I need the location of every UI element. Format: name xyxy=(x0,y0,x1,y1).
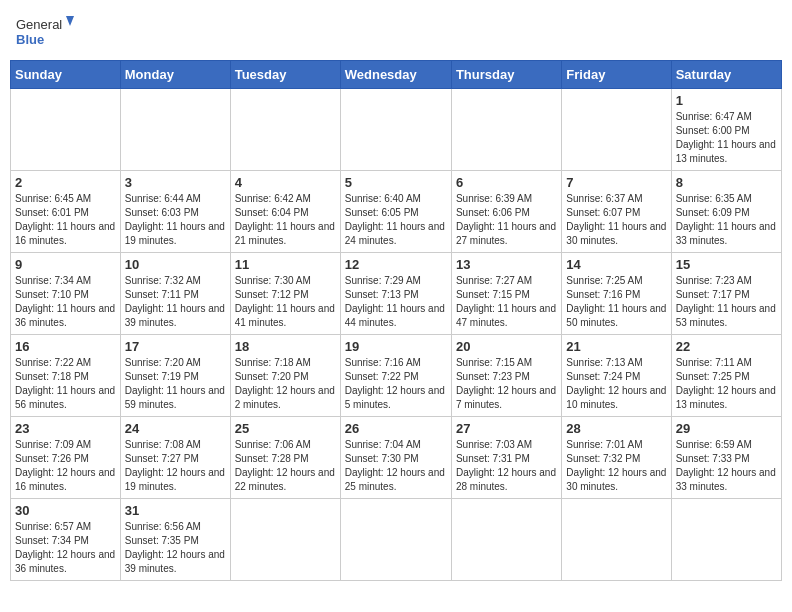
calendar-cell xyxy=(451,89,561,171)
day-number: 19 xyxy=(345,339,447,354)
calendar-cell: 1Sunrise: 6:47 AM Sunset: 6:00 PM Daylig… xyxy=(671,89,781,171)
day-info: Sunrise: 7:11 AM Sunset: 7:25 PM Dayligh… xyxy=(676,356,777,412)
calendar-cell xyxy=(230,89,340,171)
day-number: 16 xyxy=(15,339,116,354)
calendar-cell xyxy=(230,499,340,581)
day-info: Sunrise: 7:25 AM Sunset: 7:16 PM Dayligh… xyxy=(566,274,666,330)
calendar-cell: 11Sunrise: 7:30 AM Sunset: 7:12 PM Dayli… xyxy=(230,253,340,335)
calendar-cell: 13Sunrise: 7:27 AM Sunset: 7:15 PM Dayli… xyxy=(451,253,561,335)
day-number: 22 xyxy=(676,339,777,354)
calendar-cell: 17Sunrise: 7:20 AM Sunset: 7:19 PM Dayli… xyxy=(120,335,230,417)
day-number: 5 xyxy=(345,175,447,190)
page-header: General Blue xyxy=(10,10,782,54)
calendar-cell: 5Sunrise: 6:40 AM Sunset: 6:05 PM Daylig… xyxy=(340,171,451,253)
weekday-header-monday: Monday xyxy=(120,61,230,89)
day-info: Sunrise: 7:13 AM Sunset: 7:24 PM Dayligh… xyxy=(566,356,666,412)
day-number: 26 xyxy=(345,421,447,436)
calendar-cell xyxy=(120,89,230,171)
svg-text:Blue: Blue xyxy=(16,32,44,47)
day-info: Sunrise: 7:27 AM Sunset: 7:15 PM Dayligh… xyxy=(456,274,557,330)
calendar-week-row: 23Sunrise: 7:09 AM Sunset: 7:26 PM Dayli… xyxy=(11,417,782,499)
calendar-cell: 26Sunrise: 7:04 AM Sunset: 7:30 PM Dayli… xyxy=(340,417,451,499)
day-number: 17 xyxy=(125,339,226,354)
day-info: Sunrise: 7:01 AM Sunset: 7:32 PM Dayligh… xyxy=(566,438,666,494)
calendar-cell: 16Sunrise: 7:22 AM Sunset: 7:18 PM Dayli… xyxy=(11,335,121,417)
day-info: Sunrise: 6:39 AM Sunset: 6:06 PM Dayligh… xyxy=(456,192,557,248)
day-info: Sunrise: 7:03 AM Sunset: 7:31 PM Dayligh… xyxy=(456,438,557,494)
day-number: 25 xyxy=(235,421,336,436)
day-info: Sunrise: 6:35 AM Sunset: 6:09 PM Dayligh… xyxy=(676,192,777,248)
day-info: Sunrise: 7:32 AM Sunset: 7:11 PM Dayligh… xyxy=(125,274,226,330)
day-info: Sunrise: 6:45 AM Sunset: 6:01 PM Dayligh… xyxy=(15,192,116,248)
calendar-cell xyxy=(340,499,451,581)
day-number: 13 xyxy=(456,257,557,272)
calendar-cell: 3Sunrise: 6:44 AM Sunset: 6:03 PM Daylig… xyxy=(120,171,230,253)
calendar-cell: 14Sunrise: 7:25 AM Sunset: 7:16 PM Dayli… xyxy=(562,253,671,335)
calendar-cell: 2Sunrise: 6:45 AM Sunset: 6:01 PM Daylig… xyxy=(11,171,121,253)
calendar-week-row: 9Sunrise: 7:34 AM Sunset: 7:10 PM Daylig… xyxy=(11,253,782,335)
day-info: Sunrise: 6:37 AM Sunset: 6:07 PM Dayligh… xyxy=(566,192,666,248)
day-number: 21 xyxy=(566,339,666,354)
day-info: Sunrise: 6:59 AM Sunset: 7:33 PM Dayligh… xyxy=(676,438,777,494)
day-number: 29 xyxy=(676,421,777,436)
day-info: Sunrise: 7:22 AM Sunset: 7:18 PM Dayligh… xyxy=(15,356,116,412)
weekday-header-thursday: Thursday xyxy=(451,61,561,89)
calendar-cell: 30Sunrise: 6:57 AM Sunset: 7:34 PM Dayli… xyxy=(11,499,121,581)
day-number: 31 xyxy=(125,503,226,518)
day-number: 3 xyxy=(125,175,226,190)
calendar-cell: 4Sunrise: 6:42 AM Sunset: 6:04 PM Daylig… xyxy=(230,171,340,253)
calendar-cell: 7Sunrise: 6:37 AM Sunset: 6:07 PM Daylig… xyxy=(562,171,671,253)
calendar-cell: 9Sunrise: 7:34 AM Sunset: 7:10 PM Daylig… xyxy=(11,253,121,335)
day-number: 4 xyxy=(235,175,336,190)
weekday-header-sunday: Sunday xyxy=(11,61,121,89)
day-number: 23 xyxy=(15,421,116,436)
day-number: 8 xyxy=(676,175,777,190)
calendar-cell: 25Sunrise: 7:06 AM Sunset: 7:28 PM Dayli… xyxy=(230,417,340,499)
day-info: Sunrise: 7:20 AM Sunset: 7:19 PM Dayligh… xyxy=(125,356,226,412)
day-info: Sunrise: 6:47 AM Sunset: 6:00 PM Dayligh… xyxy=(676,110,777,166)
day-info: Sunrise: 7:09 AM Sunset: 7:26 PM Dayligh… xyxy=(15,438,116,494)
calendar-week-row: 2Sunrise: 6:45 AM Sunset: 6:01 PM Daylig… xyxy=(11,171,782,253)
day-number: 20 xyxy=(456,339,557,354)
calendar-cell: 31Sunrise: 6:56 AM Sunset: 7:35 PM Dayli… xyxy=(120,499,230,581)
calendar-cell: 29Sunrise: 6:59 AM Sunset: 7:33 PM Dayli… xyxy=(671,417,781,499)
day-info: Sunrise: 7:04 AM Sunset: 7:30 PM Dayligh… xyxy=(345,438,447,494)
day-info: Sunrise: 6:44 AM Sunset: 6:03 PM Dayligh… xyxy=(125,192,226,248)
generalblue-logo-icon: General Blue xyxy=(16,14,76,50)
day-info: Sunrise: 7:34 AM Sunset: 7:10 PM Dayligh… xyxy=(15,274,116,330)
calendar-cell: 28Sunrise: 7:01 AM Sunset: 7:32 PM Dayli… xyxy=(562,417,671,499)
day-number: 24 xyxy=(125,421,226,436)
day-info: Sunrise: 6:56 AM Sunset: 7:35 PM Dayligh… xyxy=(125,520,226,576)
calendar-week-row: 1Sunrise: 6:47 AM Sunset: 6:00 PM Daylig… xyxy=(11,89,782,171)
calendar-week-row: 16Sunrise: 7:22 AM Sunset: 7:18 PM Dayli… xyxy=(11,335,782,417)
day-info: Sunrise: 6:57 AM Sunset: 7:34 PM Dayligh… xyxy=(15,520,116,576)
day-number: 10 xyxy=(125,257,226,272)
calendar-cell xyxy=(671,499,781,581)
day-number: 27 xyxy=(456,421,557,436)
day-number: 7 xyxy=(566,175,666,190)
calendar-cell: 27Sunrise: 7:03 AM Sunset: 7:31 PM Dayli… xyxy=(451,417,561,499)
weekday-header-wednesday: Wednesday xyxy=(340,61,451,89)
calendar-cell: 8Sunrise: 6:35 AM Sunset: 6:09 PM Daylig… xyxy=(671,171,781,253)
weekday-header-saturday: Saturday xyxy=(671,61,781,89)
calendar-cell: 24Sunrise: 7:08 AM Sunset: 7:27 PM Dayli… xyxy=(120,417,230,499)
calendar-cell: 21Sunrise: 7:13 AM Sunset: 7:24 PM Dayli… xyxy=(562,335,671,417)
svg-marker-2 xyxy=(66,16,74,26)
day-number: 9 xyxy=(15,257,116,272)
day-number: 15 xyxy=(676,257,777,272)
day-info: Sunrise: 6:40 AM Sunset: 6:05 PM Dayligh… xyxy=(345,192,447,248)
calendar-cell xyxy=(11,89,121,171)
day-info: Sunrise: 7:08 AM Sunset: 7:27 PM Dayligh… xyxy=(125,438,226,494)
calendar-cell: 20Sunrise: 7:15 AM Sunset: 7:23 PM Dayli… xyxy=(451,335,561,417)
weekday-header-row: SundayMondayTuesdayWednesdayThursdayFrid… xyxy=(11,61,782,89)
day-number: 1 xyxy=(676,93,777,108)
calendar-cell xyxy=(562,499,671,581)
day-info: Sunrise: 7:06 AM Sunset: 7:28 PM Dayligh… xyxy=(235,438,336,494)
day-number: 6 xyxy=(456,175,557,190)
day-number: 18 xyxy=(235,339,336,354)
day-info: Sunrise: 7:18 AM Sunset: 7:20 PM Dayligh… xyxy=(235,356,336,412)
day-number: 11 xyxy=(235,257,336,272)
calendar-cell: 12Sunrise: 7:29 AM Sunset: 7:13 PM Dayli… xyxy=(340,253,451,335)
calendar-cell: 18Sunrise: 7:18 AM Sunset: 7:20 PM Dayli… xyxy=(230,335,340,417)
weekday-header-friday: Friday xyxy=(562,61,671,89)
